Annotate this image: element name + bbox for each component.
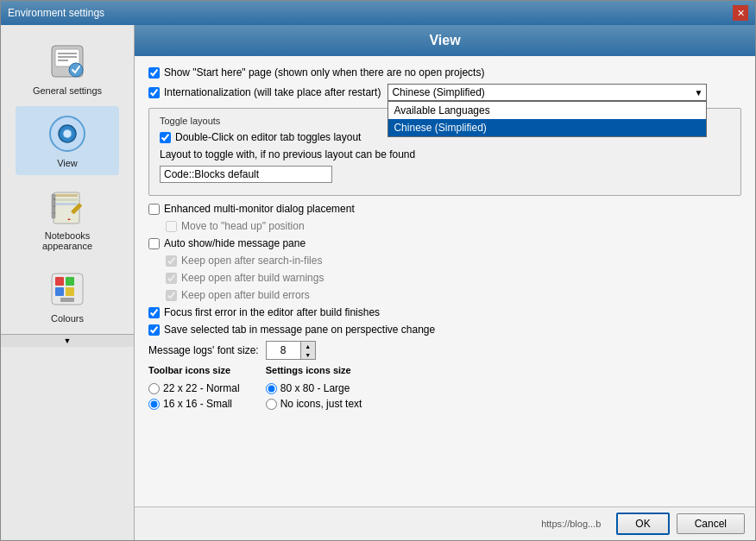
toolbar-icons-title: Toolbar icons size (148, 365, 240, 375)
colours-icon (47, 268, 88, 310)
sidebar-item-notebooks[interactable]: Notebooks appearance (16, 179, 119, 258)
settings-icons-title: Settings icons size (266, 365, 362, 375)
layout-select-wrapper: Code::Blocks default (160, 166, 332, 183)
message-font-row: Message logs' font size: ▲ ▼ (148, 341, 741, 360)
cancel-button[interactable]: Cancel (677, 513, 745, 534)
layout-fallback-label: Layout to toggle with, if no previous la… (160, 148, 415, 160)
svg-rect-12 (55, 203, 78, 205)
main-area: General settings View (1, 25, 755, 540)
svg-rect-24 (60, 298, 74, 302)
language-dropdown-list: Available Languages Chinese (Simplified) (387, 101, 707, 137)
sidebar-item-general[interactable]: General settings (16, 34, 119, 103)
general-icon (47, 41, 88, 82)
focus-error-checkbox[interactable] (148, 307, 160, 318)
sidebar-item-colours-label: Colours (51, 313, 84, 324)
double-click-label[interactable]: Double-Click on editor tab toggles layou… (160, 131, 361, 143)
enhanced-monitor-checkbox[interactable] (148, 204, 160, 215)
keep-errors-row: Keep open after build errors (166, 289, 741, 301)
view-icon (47, 113, 88, 154)
language-dropdown-wrapper: Chinese (Simplified) ▼ Available Languag… (387, 84, 707, 101)
message-font-spinner: ▲ ▼ (266, 341, 316, 360)
environment-settings-window: Environment settings ✕ Gen (0, 0, 756, 541)
bottom-bar: https://blog...b OK Cancel (135, 506, 755, 540)
enhanced-monitor-row: Enhanced multi-monitor dialog placement (148, 203, 741, 215)
toolbar-16x16-label[interactable]: 16 x 16 - Small (163, 398, 232, 410)
head-up-label[interactable]: Move to "head up" position (166, 220, 305, 232)
auto-show-row: Auto show/hide message pane (148, 237, 741, 249)
language-selected: Chinese (Simplified) (392, 86, 484, 98)
keep-warnings-row: Keep open after build warnings (166, 272, 741, 284)
svg-rect-11 (55, 198, 78, 201)
settings-icons-group: Settings icons size 80 x 80 - Large No i… (266, 365, 362, 410)
settings-80x80-radio[interactable] (266, 383, 277, 394)
sidebar-item-colours[interactable]: Colours (16, 261, 119, 330)
svg-rect-20 (55, 277, 64, 286)
settings-80x80-row: 80 x 80 - Large (266, 382, 362, 394)
settings-no-icons-row: No icons, just text (266, 398, 362, 410)
language-option-chinese[interactable]: Chinese (Simplified) (388, 119, 706, 136)
svg-rect-10 (55, 194, 78, 197)
save-tab-checkbox[interactable] (148, 324, 160, 336)
keep-errors-checkbox[interactable] (166, 290, 177, 301)
show-start-page-checkbox[interactable] (148, 67, 160, 79)
title-bar: Environment settings ✕ (1, 1, 755, 25)
enhanced-monitor-label[interactable]: Enhanced multi-monitor dialog placement (148, 203, 355, 215)
keep-warnings-checkbox[interactable] (166, 273, 177, 284)
sidebar-item-view-label: View (57, 158, 78, 168)
keep-search-checkbox[interactable] (166, 255, 177, 267)
svg-rect-21 (66, 277, 74, 286)
toolbar-16x16-row: 16 x 16 - Small (148, 398, 240, 410)
settings-content: Show "Start here" page (shown only when … (135, 56, 755, 506)
icons-row: Toolbar icons size 22 x 22 - Normal 16 x… (148, 365, 741, 410)
ok-button[interactable]: OK (616, 513, 669, 535)
head-up-checkbox[interactable] (166, 221, 177, 232)
spin-down-button[interactable]: ▼ (301, 350, 315, 359)
sidebar-item-general-label: General settings (33, 85, 102, 96)
keep-search-row: Keep open after search-in-files (166, 255, 741, 267)
auto-show-checkbox[interactable] (148, 238, 160, 249)
section-header: View (135, 25, 755, 56)
sidebar-scroll-down[interactable]: ▼ (1, 334, 134, 347)
layout-select[interactable]: Code::Blocks default (160, 166, 332, 183)
url-text: https://blog...b (145, 519, 601, 529)
keep-search-label[interactable]: Keep open after search-in-files (166, 255, 322, 267)
keep-warnings-label[interactable]: Keep open after build warnings (166, 272, 324, 284)
internationalization-label[interactable]: Internationalization (will take place af… (148, 86, 381, 98)
svg-rect-23 (66, 287, 74, 296)
settings-80x80-label[interactable]: 80 x 80 - Large (280, 382, 350, 394)
double-click-checkbox[interactable] (160, 132, 171, 143)
focus-error-row: Focus first error in the editor after bu… (148, 306, 741, 318)
settings-no-icons-radio[interactable] (266, 399, 277, 410)
sidebar-item-notebooks-label: Notebooks appearance (21, 230, 114, 251)
toolbar-22x22-row: 22 x 22 - Normal (148, 382, 240, 394)
internationalization-checkbox[interactable] (148, 87, 160, 98)
toolbar-icons-group: Toolbar icons size 22 x 22 - Normal 16 x… (148, 365, 240, 410)
show-start-page-row: Show "Start here" page (shown only when … (148, 66, 741, 79)
svg-rect-22 (55, 287, 64, 296)
save-tab-label[interactable]: Save selected tab in message pane on per… (148, 324, 435, 336)
language-option-available[interactable]: Available Languages (388, 102, 706, 119)
window-title: Environment settings (8, 7, 104, 19)
spin-buttons: ▲ ▼ (301, 342, 315, 359)
head-up-row: Move to "head up" position (166, 220, 741, 232)
notebooks-icon (47, 186, 88, 227)
save-tab-row: Save selected tab in message pane on per… (148, 324, 741, 336)
layout-select-row: Code::Blocks default (160, 166, 730, 183)
toolbar-22x22-label[interactable]: 22 x 22 - Normal (163, 382, 240, 394)
language-dropdown-trigger[interactable]: Chinese (Simplified) ▼ (387, 84, 707, 101)
keep-errors-label[interactable]: Keep open after build errors (166, 289, 310, 301)
close-button[interactable]: ✕ (733, 5, 748, 21)
layout-fallback-row: Layout to toggle with, if no previous la… (160, 148, 730, 160)
dropdown-arrow: ▼ (695, 88, 703, 98)
sidebar: General settings View (1, 25, 135, 540)
svg-point-8 (63, 129, 72, 138)
sidebar-item-view[interactable]: View (16, 106, 119, 175)
show-start-page-label[interactable]: Show "Start here" page (shown only when … (148, 66, 484, 79)
settings-no-icons-label[interactable]: No icons, just text (280, 398, 362, 410)
toolbar-22x22-radio[interactable] (148, 383, 160, 394)
auto-show-label[interactable]: Auto show/hide message pane (148, 237, 306, 249)
toolbar-16x16-radio[interactable] (148, 399, 160, 410)
message-font-input[interactable] (267, 342, 301, 359)
focus-error-label[interactable]: Focus first error in the editor after bu… (148, 306, 380, 318)
spin-up-button[interactable]: ▲ (301, 342, 315, 350)
